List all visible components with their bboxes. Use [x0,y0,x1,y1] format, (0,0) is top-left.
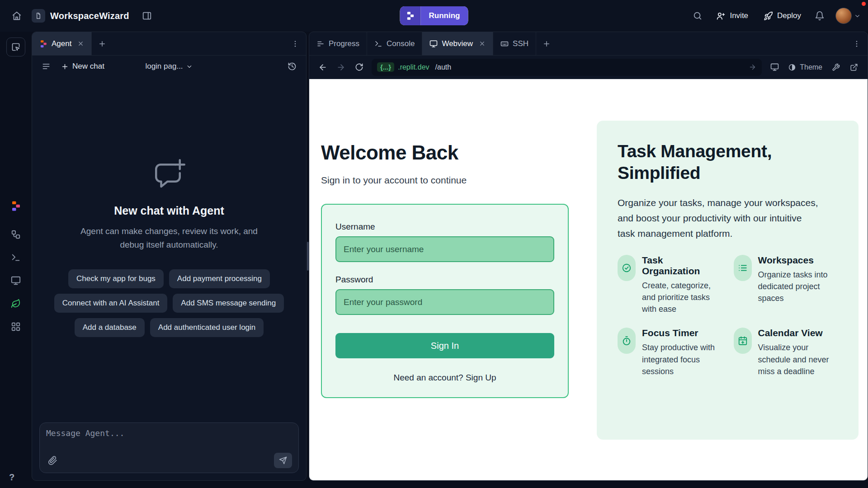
password-field[interactable] [335,289,554,315]
device-preview-button[interactable] [765,58,783,76]
close-icon[interactable] [479,40,486,47]
arrow-right-icon [336,63,345,72]
chevron-down-icon [854,13,861,19]
feature-description: Organize tasks into dedicated project sp… [758,269,838,304]
message-input[interactable] [46,428,292,449]
cursor-pane-icon [11,42,20,52]
chat-history-button[interactable] [283,58,301,75]
webview-panel: Progress Console Webview [309,32,868,481]
resize-grip [307,242,309,271]
home-icon [12,11,22,21]
chat-list-button[interactable] [38,58,55,75]
invite-button[interactable]: Invite [710,6,755,25]
feature-description: Stay productive with integrated focus se… [642,342,722,377]
kebab-icon [853,40,861,48]
sign-up-link[interactable]: Need an account? Sign Up [335,373,554,383]
username-field[interactable] [335,236,554,262]
promo-title: Task Management, Simplified [618,141,816,183]
send-button[interactable] [274,453,292,468]
chevron-down-icon [186,63,193,70]
password-label: Password [335,275,554,285]
back-button[interactable] [314,58,332,76]
feature-title: Workspaces [758,255,838,266]
monitor-icon [11,276,21,286]
close-icon[interactable] [77,40,84,47]
account-menu[interactable] [835,8,861,24]
refresh-button[interactable] [350,58,368,76]
rail-agent-button[interactable] [6,197,25,215]
sign-in-button[interactable]: Sign In [335,333,554,358]
paperclip-icon [48,456,57,465]
progress-icon [316,40,325,48]
empty-state-description: Agent can make changes, review its work,… [69,225,270,251]
search-button[interactable] [688,6,707,25]
suggestion-chip[interactable]: Add a database [75,318,145,337]
workflow-icon [11,230,21,239]
suggestion-chip[interactable]: Check my app for bugs [68,269,164,288]
tool-rail-group [6,197,25,335]
tab-progress[interactable]: Progress [309,32,367,55]
go-arrow-icon[interactable] [749,63,756,71]
keyboard-icon [500,40,509,48]
plus-icon [542,40,551,48]
replit-agent-icon [39,40,47,48]
webview-tabbar: Progress Console Webview [309,32,868,56]
devtools-button[interactable] [827,58,845,76]
new-chat-button[interactable]: New chat [57,58,109,75]
tab-webview-label: Webview [442,39,473,48]
feature-title: Task Organization [642,255,722,277]
new-tab-button[interactable] [92,32,113,55]
rail-shell-button[interactable] [6,249,25,266]
tab-agent[interactable]: Agent [32,32,92,55]
theme-button[interactable]: Theme [783,58,827,76]
pane-select-button[interactable] [6,38,25,56]
notifications-button[interactable] [810,6,829,25]
replit-agent-icon [10,201,21,211]
deploy-button[interactable]: Deploy [757,6,807,25]
tab-webview[interactable]: Webview [422,32,493,55]
help-button[interactable]: ? [9,472,14,483]
url-input[interactable]: {...} .replit.dev /auth [372,59,762,76]
agent-panel-menu-button[interactable] [284,32,306,55]
run-status-badge[interactable]: Running [400,6,468,25]
replit-logo-icon [400,6,421,25]
project-title: WorkspaceWizard [50,11,129,21]
chat-plus-icon [151,157,187,193]
suggestion-chip[interactable]: Connect with an AI Assistant [54,294,168,313]
webview-panel-menu-button[interactable] [846,32,868,55]
open-external-button[interactable] [845,58,863,76]
rail-tools-button[interactable] [6,318,25,335]
message-composer[interactable] [39,422,299,473]
rail-deployments-button[interactable] [6,295,25,312]
check-circle-icon [618,255,636,281]
agent-empty-state: New chat with Agent Agent can make chang… [32,77,306,417]
rail-webview-button[interactable] [6,272,25,289]
replit-workspace: WorkspaceWizard Running [0,0,868,488]
topbar: WorkspaceWizard Running [0,0,868,32]
forward-button[interactable] [332,58,350,76]
tab-console[interactable]: Console [367,32,422,55]
invite-label: Invite [730,11,748,20]
chat-selector[interactable]: login pag... [145,62,193,71]
suggestion-chip[interactable]: Add payment processing [169,269,270,288]
rail-workflows-button[interactable] [6,226,25,243]
agent-tabbar: Agent [32,32,306,56]
layout-toggle-button[interactable] [137,6,156,25]
feature-focus-timer: Focus Timer Stay productive with integra… [618,328,722,377]
tab-ssh[interactable]: SSH [493,32,536,55]
webview-page: Welcome Back Sign in to your account to … [309,79,868,480]
workspace: Agent [0,32,868,488]
search-icon [693,11,703,21]
feature-description: Visualize your schedule and never miss a… [758,342,838,377]
theme-label: Theme [800,63,822,71]
feature-title: Focus Timer [642,328,722,338]
project-title-group[interactable]: WorkspaceWizard [32,9,129,23]
home-button[interactable] [7,6,26,25]
suggestion-chip[interactable]: Add SMS message sending [173,294,284,313]
history-icon [288,62,297,71]
domain-text: .replit.dev [398,63,429,71]
suggestion-chip[interactable]: Add authenticated user login [150,318,264,337]
attach-button[interactable] [46,454,59,467]
recording-indicator-dot [862,2,866,6]
new-tab-button[interactable] [536,32,557,55]
